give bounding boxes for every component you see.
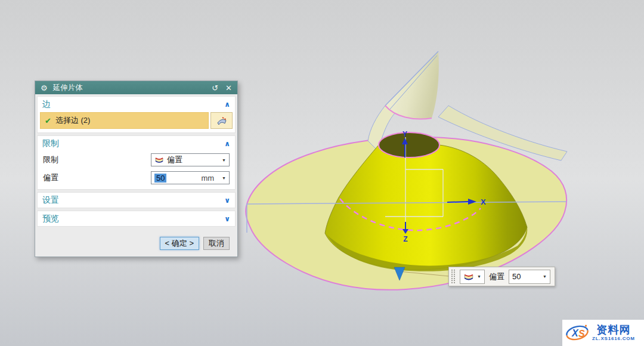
watermark: X S 资料网 ZL.XS1616.COM <box>562 320 644 346</box>
sheet-face-icon <box>215 116 228 126</box>
extend-sheet-button[interactable] <box>210 112 233 129</box>
edge-section: 边 ∧ ✔ 选择边 (2) <box>37 96 236 133</box>
watermark-site-name: 资料网 <box>596 325 630 335</box>
mini-offset-value: 50 <box>512 272 521 281</box>
offset-unit: mm <box>201 174 214 183</box>
settings-expand-icon[interactable]: ∨ <box>224 197 230 204</box>
mini-offset-input[interactable]: 50 ▼ <box>509 270 550 284</box>
offset-sheet-icon <box>463 273 474 281</box>
close-icon[interactable]: ✕ <box>225 84 232 92</box>
chevron-down-icon: ▼ <box>477 274 481 279</box>
limit-collapse-icon[interactable]: ∧ <box>224 140 230 147</box>
offset-mini-toolbar: ▼ 偏置 50 ▼ <box>448 267 555 286</box>
axis-y-label: Y <box>402 130 407 138</box>
limit-type-combo[interactable]: ▼ <box>460 270 485 284</box>
chevron-down-icon: ▼ <box>222 158 226 162</box>
limit-type-dropdown[interactable]: 偏置 ▼ <box>151 153 230 166</box>
mini-offset-label: 偏置 <box>489 271 504 282</box>
chevron-down-icon: ▼ <box>543 274 547 279</box>
svg-text:S: S <box>578 329 585 339</box>
cone-top-opening <box>379 132 439 157</box>
check-icon: ✔ <box>45 116 51 125</box>
dialog-titlebar[interactable]: ⚙ 延伸片体 ↺ ✕ <box>35 81 237 94</box>
settings-section: 设置 ∨ <box>37 192 236 208</box>
select-edge-label: 选择边 (2) <box>55 115 91 126</box>
axis-x-label: X <box>481 197 486 206</box>
limit-type-value: 偏置 <box>167 155 182 165</box>
watermark-site-url: ZL.XS1616.COM <box>592 336 635 341</box>
ok-button[interactable]: < 确定 > <box>160 237 199 250</box>
axis-z-label: Z <box>403 235 407 243</box>
edge-collapse-icon[interactable]: ∧ <box>224 101 230 108</box>
reset-icon[interactable]: ↺ <box>212 84 218 92</box>
drag-handle[interactable] <box>451 269 456 284</box>
select-edge-row[interactable]: ✔ 选择边 (2) <box>40 112 209 129</box>
xs-logo: X S <box>564 322 590 344</box>
offset-value: 50 <box>154 174 166 183</box>
dialog-title: 延伸片体 <box>53 83 83 93</box>
preview-expand-icon[interactable]: ∨ <box>224 215 230 223</box>
offset-sheet-icon <box>154 156 164 163</box>
cancel-button[interactable]: 取消 <box>203 237 230 250</box>
limit-section: 限制 ∧ 限制 偏置 ▼ 偏置 50 m <box>37 135 236 190</box>
extend-sheet-dialog: ⚙ 延伸片体 ↺ ✕ 边 ∧ ✔ 选择边 (2) <box>35 81 238 257</box>
offset-input[interactable]: 50 mm ▼ <box>151 171 230 184</box>
offset-label: 偏置 <box>43 172 58 183</box>
chevron-down-icon: ▼ <box>222 176 226 180</box>
gear-icon: ⚙ <box>41 84 48 92</box>
settings-section-title: 设置 <box>42 195 59 206</box>
preview-section-title: 预览 <box>42 214 59 224</box>
limit-section-title: 限制 <box>42 138 59 149</box>
sail-extension-face[interactable] <box>385 51 439 119</box>
limit-label: 限制 <box>43 155 58 165</box>
edge-section-title: 边 <box>42 99 51 110</box>
preview-section: 预览 ∨ <box>37 211 236 227</box>
